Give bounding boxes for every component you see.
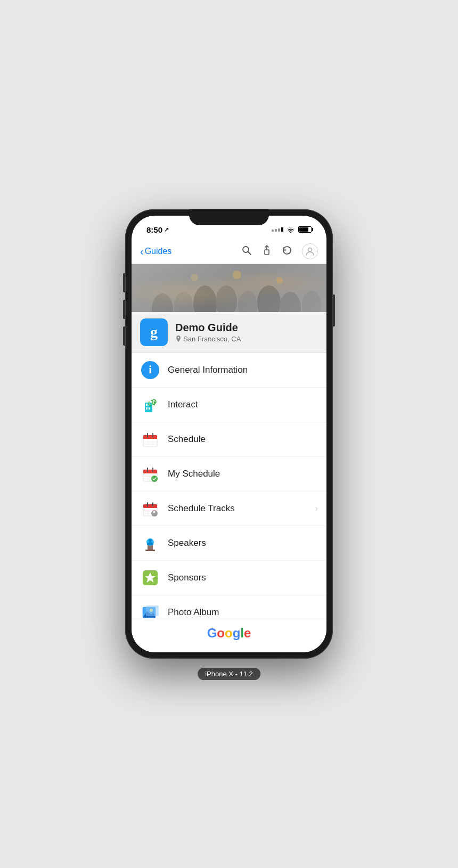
location-arrow-icon: ↗ — [164, 226, 169, 233]
status-icons — [272, 226, 312, 233]
schedule-tracks-label: Schedule Tracks — [168, 503, 308, 514]
menu-item-interact[interactable]: Interact — [132, 388, 326, 422]
schedule-label: Schedule — [168, 434, 318, 445]
navigation-bar: ‹ Guides — [132, 239, 326, 264]
menu-item-sponsors[interactable]: Sponsors — [132, 561, 326, 595]
svg-point-56 — [149, 539, 152, 542]
menu-scroll-area[interactable]: i General Information — [132, 353, 326, 647]
notch — [189, 209, 269, 225]
svg-point-14 — [276, 277, 283, 283]
general-information-icon: i — [140, 360, 160, 380]
svg-rect-21 — [146, 407, 148, 410]
general-information-label: General Information — [168, 365, 318, 375]
menu-item-speakers[interactable]: Speakers — [132, 526, 326, 561]
interact-icon — [140, 395, 160, 415]
svg-rect-22 — [149, 407, 150, 410]
svg-line-1 — [248, 252, 251, 255]
back-chevron-icon: ‹ — [140, 245, 144, 258]
svg-rect-34 — [143, 472, 157, 473]
my-schedule-label: My Schedule — [168, 469, 318, 479]
share-icon[interactable] — [261, 245, 272, 258]
speakers-label: Speakers — [168, 538, 318, 548]
menu-list: i General Information — [132, 353, 326, 619]
speakers-icon — [140, 533, 160, 553]
my-schedule-icon — [140, 464, 160, 484]
svg-rect-25 — [143, 438, 157, 439]
schedule-icon — [140, 429, 160, 449]
back-button[interactable]: ‹ Guides — [140, 245, 241, 258]
phone-frame: 8:50 ↗ — [125, 209, 333, 659]
status-time: 8:50 ↗ — [146, 225, 169, 234]
menu-item-schedule-tracks[interactable]: Schedule Tracks › — [132, 492, 326, 526]
battery-icon — [298, 226, 312, 233]
refresh-icon[interactable] — [282, 245, 292, 258]
google-logo: Google — [207, 626, 251, 641]
schedule-tracks-chevron-icon: › — [315, 504, 318, 513]
menu-item-schedule[interactable]: Schedule — [132, 422, 326, 457]
menu-item-general-information[interactable]: i General Information — [132, 353, 326, 388]
device-label: iPhone X - 11.2 — [198, 668, 260, 680]
home-indicator — [132, 647, 326, 652]
svg-point-15 — [191, 274, 198, 281]
profile-icon[interactable] — [302, 243, 318, 259]
google-footer: Google — [132, 619, 326, 647]
svg-rect-44 — [143, 507, 157, 508]
app-logo: g — [140, 318, 168, 346]
photo-album-icon — [140, 602, 160, 619]
app-title: Demo Guide — [175, 322, 241, 334]
photo-album-label: Photo Album — [168, 607, 318, 618]
svg-rect-54 — [145, 550, 155, 551]
back-label: Guides — [145, 247, 172, 256]
menu-item-photo-album[interactable]: Photo Album — [132, 595, 326, 619]
svg-rect-19 — [146, 404, 148, 406]
svg-point-3 — [308, 248, 312, 252]
interact-label: Interact — [168, 399, 318, 410]
svg-text:i: i — [149, 364, 152, 375]
location-pin-icon — [175, 335, 182, 343]
search-icon[interactable] — [241, 245, 252, 258]
svg-point-13 — [233, 271, 241, 279]
signal-icon — [272, 227, 283, 232]
sponsors-label: Sponsors — [168, 572, 318, 583]
schedule-tracks-icon — [140, 498, 160, 519]
menu-item-my-schedule[interactable]: My Schedule — [132, 457, 326, 492]
hero-image — [132, 264, 326, 312]
app-title-block: Demo Guide San Francisco, CA — [175, 322, 241, 343]
app-subtitle: San Francisco, CA — [175, 335, 241, 343]
app-header: g Demo Guide San Francisco, CA — [132, 312, 326, 353]
sponsors-icon — [140, 568, 160, 588]
svg-point-0 — [243, 247, 249, 252]
phone-screen: 8:50 ↗ — [132, 216, 326, 652]
wifi-icon — [287, 226, 295, 233]
nav-actions — [241, 243, 318, 259]
